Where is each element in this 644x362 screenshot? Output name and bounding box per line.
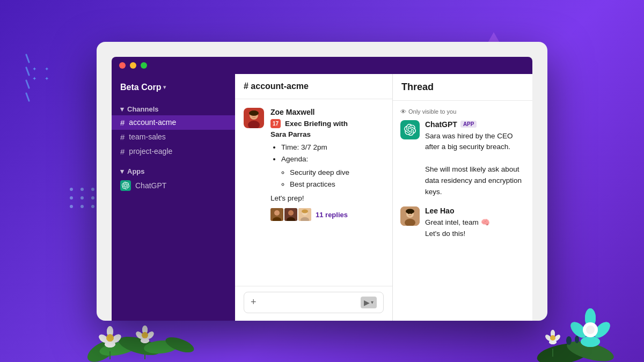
svg-point-56 xyxy=(274,210,280,216)
hash-icon: # xyxy=(120,118,125,127)
minimize-button[interactable] xyxy=(130,62,136,69)
app-body: Beta Corp ▾ ▾ Channels # account-acme # … xyxy=(112,74,532,321)
add-attachment-icon[interactable]: + xyxy=(251,297,257,308)
agenda-label: Agenda: xyxy=(281,155,308,163)
apps-label: Apps xyxy=(127,167,145,175)
channels-label: Channels xyxy=(127,105,159,113)
sub-bullet-practices: Best practices xyxy=(290,179,384,190)
svg-point-47 xyxy=(575,336,579,343)
svg-point-13 xyxy=(106,334,114,342)
channel-title: # account-acme xyxy=(244,82,309,91)
sidebar-item-chatgpt[interactable]: ChatGPT xyxy=(112,178,235,194)
briefing-title-line2: Sara Parras xyxy=(270,130,311,138)
channel-header: # account-acme xyxy=(235,74,392,99)
send-icon: ▶ xyxy=(364,298,370,307)
svg-point-64 xyxy=(302,210,308,213)
svg-point-20 xyxy=(141,338,149,343)
lee-sender-row: Lee Hao xyxy=(425,206,525,215)
sub-bullet-security: Security deep dive xyxy=(290,167,384,178)
reply-avatars xyxy=(270,208,311,221)
sender-name-zoe: Zoe Maxwell xyxy=(270,108,384,116)
hash-icon: # xyxy=(120,147,125,156)
decorative-dots-top-left: ✦ ✦✦ ✦ xyxy=(32,64,52,84)
channel-content: # account-acme xyxy=(235,74,393,321)
message-closing: Let's prep! xyxy=(270,193,384,204)
apps-collapse-icon: ▾ xyxy=(120,167,124,175)
decorative-rain xyxy=(27,54,28,105)
thread-title: Thread xyxy=(401,82,434,92)
bullet-time: Time: 3/7 2pm xyxy=(281,142,384,153)
workspace-arrow-icon: ▾ xyxy=(163,84,166,90)
thread-header: Thread xyxy=(393,74,532,101)
chatgpt-label: ChatGPT xyxy=(135,181,166,190)
chatgpt-icon xyxy=(120,180,131,191)
laptop: Beta Corp ▾ ▾ Channels # account-acme # … xyxy=(97,42,547,321)
message-zoe: Zoe Maxwell 17 Exec Briefing with Sara P… xyxy=(244,108,384,221)
chatgpt-msg-text: Sara was hired by the CEO after a big se… xyxy=(425,131,525,198)
sub-agenda-list: Security deep dive Best practices xyxy=(290,167,384,190)
sidebar-item-project-eagle[interactable]: # project-eagle xyxy=(112,144,235,159)
channel-name: team-sales xyxy=(129,132,165,141)
svg-point-70 xyxy=(406,209,414,214)
channels-section-header[interactable]: ▾ Channels xyxy=(112,101,235,115)
message-input[interactable] xyxy=(261,298,356,307)
lee-msg-text: Great intel, team 🧠Let's do this! xyxy=(425,217,525,240)
thread-message-chatgpt: ChatGPT APP Sara was hired by the CEO af… xyxy=(400,120,525,198)
channel-name: account-acme xyxy=(129,118,176,127)
chatgpt-thread-avatar xyxy=(400,120,420,139)
svg-point-45 xyxy=(550,335,555,341)
message-input-area: + ▶ ▾ xyxy=(235,286,392,321)
eye-icon: 👁 xyxy=(400,108,406,115)
svg-point-36 xyxy=(586,326,595,334)
sidebar-item-account-acme[interactable]: # account-acme xyxy=(112,115,235,130)
send-dropdown-icon[interactable]: ▾ xyxy=(371,299,374,305)
thread-panel: Thread 👁 Only visible to you xyxy=(393,74,532,321)
calendar-icon: 17 xyxy=(270,119,281,128)
laptop-screen: Beta Corp ▾ ▾ Channels # account-acme # … xyxy=(112,57,532,321)
close-button[interactable] xyxy=(119,62,126,69)
lee-sender-name: Lee Hao xyxy=(425,206,454,215)
reply-avatar-1 xyxy=(270,208,283,221)
chatgpt-msg-content: ChatGPT APP Sara was hired by the CEO af… xyxy=(425,120,525,198)
thread-messages: 👁 Only visible to you ChatGPT xyxy=(393,101,532,321)
maximize-button[interactable] xyxy=(141,62,147,69)
avatar-lee xyxy=(400,206,420,226)
bullet-agenda: Agenda: Security deep dive Best practice… xyxy=(281,154,384,190)
svg-point-59 xyxy=(288,210,294,216)
reply-count[interactable]: 11 replies xyxy=(316,211,348,219)
sidebar: Beta Corp ▾ ▾ Channels # account-acme # … xyxy=(112,74,235,321)
svg-point-4 xyxy=(164,334,196,356)
channel-name: project-eagle xyxy=(129,147,172,156)
visibility-text: Only visible to you xyxy=(408,108,456,115)
svg-point-54 xyxy=(249,110,259,116)
calendar-day: 17 xyxy=(273,120,279,128)
avatar-zoe xyxy=(244,108,264,128)
chatgpt-sender-row: ChatGPT APP xyxy=(425,120,525,129)
agenda-list: Time: 3/7 2pm Agenda: Security deep dive… xyxy=(281,142,384,190)
chatgpt-sender-name: ChatGPT xyxy=(425,120,457,129)
svg-point-22 xyxy=(142,332,148,338)
channel-messages: Zoe Maxwell 17 Exec Briefing with Sara P… xyxy=(235,99,392,286)
decorative-dots-mid-left xyxy=(70,188,97,208)
reply-avatar-3 xyxy=(298,208,311,221)
svg-point-33 xyxy=(581,336,600,347)
workspace-label: Beta Corp xyxy=(120,83,161,92)
lee-msg-content: Lee Hao Great intel, team 🧠Let's do this… xyxy=(425,206,525,240)
send-button[interactable]: ▶ ▾ xyxy=(361,297,377,308)
svg-point-46 xyxy=(566,336,572,345)
apps-section-header[interactable]: ▾ Apps xyxy=(112,163,235,178)
sidebar-item-team-sales[interactable]: # team-sales xyxy=(112,130,235,144)
reply-avatar-2 xyxy=(284,208,297,221)
briefing-title-line1: Exec Briefing with xyxy=(285,120,348,128)
channels-collapse-icon: ▾ xyxy=(120,105,124,113)
thread-message-lee: Lee Hao Great intel, team 🧠Let's do this… xyxy=(400,206,525,240)
title-bar xyxy=(112,57,532,74)
app-badge: APP xyxy=(460,121,477,128)
message-content-zoe: Zoe Maxwell 17 Exec Briefing with Sara P… xyxy=(270,108,384,221)
input-box: + ▶ ▾ xyxy=(244,292,384,313)
message-text-zoe: 17 Exec Briefing with Sara Parras Time: … xyxy=(270,119,384,204)
hash-icon: # xyxy=(120,132,125,142)
replies-row: 11 replies xyxy=(270,208,384,221)
workspace-name[interactable]: Beta Corp ▾ xyxy=(112,83,235,101)
thread-visibility-note: 👁 Only visible to you xyxy=(400,108,525,115)
